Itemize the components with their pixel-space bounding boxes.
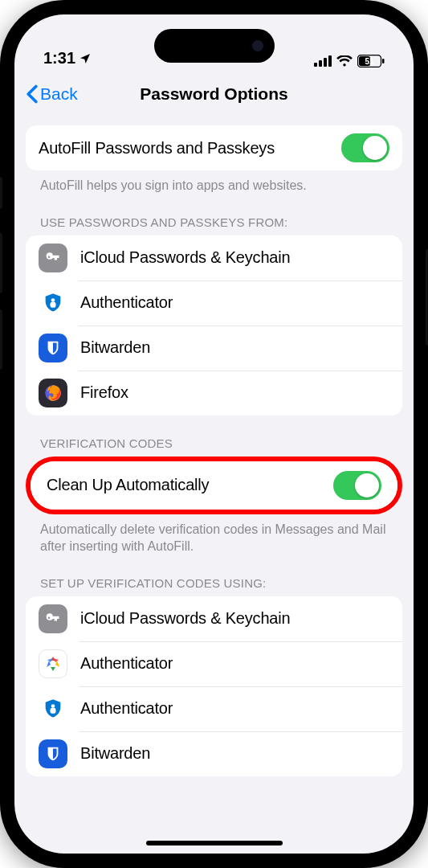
phone-frame: 1:31 51 xyxy=(0,0,428,868)
svg-rect-3 xyxy=(328,55,332,67)
provider-label: Bitwarden xyxy=(80,338,389,357)
cleanup-toggle[interactable] xyxy=(333,471,381,500)
provider-row-keychain[interactable]: iCloud Passwords & Keychain xyxy=(26,235,402,280)
provider-label: Authenticator xyxy=(80,293,389,312)
provider-row-firefox[interactable]: Firefox xyxy=(26,371,402,416)
nav-bar: Back Password Options xyxy=(14,71,414,117)
svg-rect-12 xyxy=(51,708,56,714)
providers-group: iCloud Passwords & Keychain Authenticato… xyxy=(26,235,402,416)
authenticator-icon xyxy=(39,289,67,317)
firefox-icon xyxy=(39,379,67,407)
google-authenticator-icon xyxy=(39,649,67,678)
provider-label: Firefox xyxy=(80,383,389,402)
autofill-footer: AutoFill helps you sign into apps and we… xyxy=(26,170,402,194)
home-indicator[interactable] xyxy=(146,841,283,845)
svg-rect-6 xyxy=(382,59,385,63)
code-row-bitwarden[interactable]: Bitwarden xyxy=(26,731,402,776)
volume-up-button xyxy=(0,233,2,293)
autofill-label: AutoFill Passwords and Passkeys xyxy=(39,139,328,158)
volume-down-button xyxy=(0,309,2,370)
bitwarden-icon xyxy=(39,739,67,768)
wifi-icon xyxy=(336,55,353,67)
svg-point-8 xyxy=(51,298,55,302)
autofill-toggle[interactable] xyxy=(341,133,389,162)
verification-header: VERIFICATION CODES xyxy=(26,416,402,457)
svg-rect-0 xyxy=(314,63,317,67)
svg-rect-1 xyxy=(319,60,322,67)
authenticator-icon xyxy=(39,694,67,723)
svg-point-11 xyxy=(51,704,55,708)
code-row-google-auth[interactable]: Authenticator xyxy=(26,641,402,686)
code-setup-header: SET UP VERIFICATION CODES USING: xyxy=(26,555,402,596)
svg-rect-2 xyxy=(324,58,327,67)
code-label: Bitwarden xyxy=(80,744,389,763)
code-label: iCloud Passwords & Keychain xyxy=(80,609,389,628)
silence-switch xyxy=(0,177,2,209)
verification-footer: Automatically delete verification codes … xyxy=(26,514,402,555)
battery-icon: 51 xyxy=(357,55,385,68)
keychain-icon xyxy=(39,244,67,272)
svg-rect-9 xyxy=(51,301,56,307)
bitwarden-icon xyxy=(39,334,67,362)
provider-row-bitwarden[interactable]: Bitwarden xyxy=(26,326,402,371)
keychain-icon xyxy=(39,604,67,633)
code-setup-group: iCloud Passwords & Keychain Authenticato… xyxy=(26,596,402,776)
cellular-icon xyxy=(314,55,332,67)
status-time: 1:31 xyxy=(43,49,75,68)
page-title: Password Options xyxy=(140,84,287,104)
autofill-row[interactable]: AutoFill Passwords and Passkeys xyxy=(26,125,402,170)
code-row-ms-auth[interactable]: Authenticator xyxy=(26,686,402,731)
screen: 1:31 51 xyxy=(14,14,414,854)
settings-content[interactable]: AutoFill Passwords and Passkeys AutoFill… xyxy=(14,117,414,854)
chevron-left-icon xyxy=(26,84,39,104)
svg-text:51: 51 xyxy=(365,57,374,66)
cleanup-label: Clean Up Automatically xyxy=(47,476,320,494)
location-icon xyxy=(79,52,92,65)
dynamic-island xyxy=(154,29,275,63)
provider-label: iCloud Passwords & Keychain xyxy=(80,248,389,267)
providers-header: USE PASSWORDS AND PASSKEYS FROM: xyxy=(26,194,402,235)
back-button[interactable]: Back xyxy=(26,84,78,104)
code-label: Authenticator xyxy=(80,699,389,718)
cleanup-row[interactable]: Clean Up Automatically xyxy=(31,461,397,510)
code-row-keychain[interactable]: iCloud Passwords & Keychain xyxy=(26,596,402,641)
provider-row-authenticator[interactable]: Authenticator xyxy=(26,280,402,326)
highlight-annotation: Clean Up Automatically xyxy=(26,457,402,514)
code-label: Authenticator xyxy=(80,654,389,673)
back-label: Back xyxy=(40,84,78,104)
cleanup-group: Clean Up Automatically xyxy=(31,461,397,510)
autofill-group: AutoFill Passwords and Passkeys xyxy=(26,125,402,170)
